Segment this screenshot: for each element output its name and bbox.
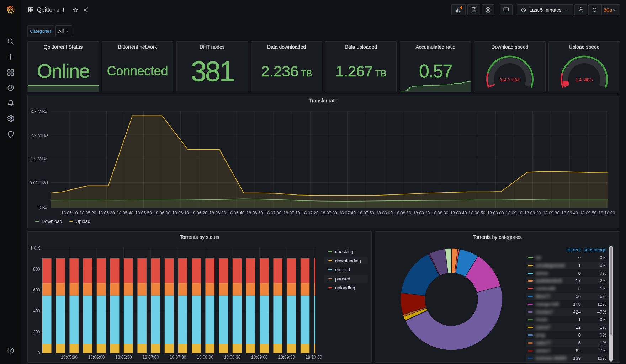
table-row[interactable]: hd00%: [526, 254, 609, 261]
search-icon[interactable]: [6, 37, 15, 46]
legend-item-download[interactable]: Download: [35, 219, 62, 224]
table-row[interactable]: tvshows-4k89013915%: [526, 354, 609, 362]
svg-text:18:08:20: 18:08:20: [413, 210, 430, 215]
cell-current: 139: [573, 355, 581, 361]
legend-label: downloading: [335, 258, 361, 263]
dashboard-title[interactable]: Qbittorrent: [37, 7, 64, 13]
svg-text:400: 400: [33, 309, 40, 314]
legend-item-upload[interactable]: Upload: [69, 219, 90, 224]
sparkline: [28, 42, 99, 92]
table-row[interactable]: comics8851%: [526, 285, 609, 292]
server-admin-shield-icon[interactable]: [6, 130, 15, 138]
legend-label: checking: [335, 249, 353, 254]
cell-percentage: 1%: [600, 325, 606, 330]
table-header-percentage[interactable]: percentage: [583, 247, 606, 252]
legend-item-errored[interactable]: errored: [328, 267, 350, 272]
svg-text:18:10:00: 18:10:00: [599, 210, 615, 215]
svg-text:18:08:10: 18:08:10: [394, 210, 411, 215]
svg-text:18:07:00: 18:07:00: [265, 210, 282, 215]
category-name-blurred: series7: [536, 348, 551, 353]
legend-label: Upload: [76, 219, 90, 224]
stat-panel-qbittorrent-status: Qbittorrent StatusOnline: [27, 41, 99, 92]
help-question-icon[interactable]: [6, 346, 15, 355]
table-row[interactable]: music10%: [526, 316, 609, 323]
legend-item-paused[interactable]: paused: [328, 276, 350, 282]
legend-swatch: [528, 280, 533, 282]
legend-item-uploading[interactable]: uploading: [328, 285, 355, 290]
dashboard-breadcrumb-icon[interactable]: [28, 7, 33, 13]
legend-label: uploading: [335, 285, 355, 290]
svg-text:18:06:20: 18:06:20: [191, 210, 207, 215]
legend-swatch: [328, 269, 332, 270]
svg-text:18:08:00: 18:08:00: [197, 355, 213, 360]
explore-compass-icon[interactable]: [6, 84, 15, 92]
svg-text:800: 800: [33, 267, 40, 272]
table-row[interactable]: prog00%: [526, 331, 609, 339]
category-name-blurred: hd: [536, 255, 541, 260]
legend-item-checking[interactable]: checking: [328, 249, 353, 254]
zoom-out-button[interactable]: [574, 4, 587, 15]
svg-text:18:05:30: 18:05:30: [61, 355, 78, 360]
svg-text:0: 0: [38, 350, 40, 355]
variable-value-dropdown[interactable]: All: [55, 25, 72, 37]
table-row[interactable]: anime00%: [526, 269, 609, 277]
chevron-down-icon: [65, 29, 69, 33]
stat-value-text: 381: [191, 57, 234, 85]
table-header-current[interactable]: current: [567, 247, 581, 252]
svg-text:18:05:20: 18:05:20: [80, 210, 96, 215]
category-name-blurred: osinst7: [536, 325, 550, 330]
star-icon[interactable]: [73, 7, 78, 13]
svg-text:3.8 MiB/s: 3.8 MiB/s: [31, 109, 48, 114]
dashboard-settings-button[interactable]: [482, 4, 494, 15]
svg-text:18:06:00: 18:06:00: [154, 210, 170, 215]
configuration-gear-icon[interactable]: [6, 114, 15, 123]
share-icon[interactable]: [83, 7, 89, 13]
create-plus-icon[interactable]: [6, 53, 15, 61]
legend-item-downloading[interactable]: downloading: [328, 258, 361, 263]
svg-text:600: 600: [33, 288, 40, 293]
cell-percentage: 0%: [600, 263, 606, 268]
table-row[interactable]: manga-hd910812%: [526, 300, 609, 308]
panel-title: DHT nodes: [177, 42, 248, 52]
table-row[interactable]: series7627%: [526, 347, 609, 354]
clock-icon: [521, 7, 526, 13]
stat-value: Connected: [102, 52, 173, 91]
cell-percentage: 7%: [600, 348, 606, 353]
svg-text:18:08:50: 18:08:50: [469, 210, 486, 215]
legend-swatch: [528, 296, 533, 297]
time-range-picker[interactable]: Last 5 minutes: [517, 4, 573, 15]
save-dashboard-button[interactable]: [467, 4, 480, 15]
tv-mode-button[interactable]: [500, 4, 513, 15]
svg-text:18:07:00: 18:07:00: [142, 355, 159, 360]
legend-swatch: [528, 257, 533, 258]
legend-swatch: [528, 342, 533, 344]
table-scrollbar-thumb[interactable]: [610, 247, 612, 335]
svg-text:18:09:40: 18:09:40: [561, 210, 578, 215]
svg-text:18:07:20: 18:07:20: [302, 210, 319, 215]
cell-current: 1: [578, 263, 581, 268]
svg-text:977 KiB/s: 977 KiB/s: [30, 180, 48, 185]
stat-value: 1.267TB: [325, 52, 396, 91]
svg-text:18:08:30: 18:08:30: [224, 355, 241, 360]
table-row[interactable]: radio7761%: [526, 339, 609, 347]
cell-percentage: 0%: [600, 255, 606, 260]
table-row[interactable]: osinst7121%: [526, 323, 609, 331]
dashboards-icon[interactable]: [6, 68, 15, 77]
category-name-blurred: manga-hd9: [536, 301, 559, 307]
table-row[interactable]: uncategorized10%: [526, 262, 609, 269]
svg-text:18:06:50: 18:06:50: [246, 210, 263, 215]
add-panel-button[interactable]: [451, 4, 466, 15]
legend-swatch: [69, 221, 73, 222]
grafana-logo-icon[interactable]: [6, 5, 15, 14]
svg-text:18:05:30: 18:05:30: [98, 210, 115, 215]
category-name-blurred: comics88: [536, 286, 555, 291]
table-row[interactable]: films77566%: [526, 293, 609, 300]
navbar: Qbittorrent: [21, 0, 626, 20]
table-row[interactable]: movies742447%: [526, 308, 609, 316]
table-row[interactable]: audiobooks9172%: [526, 277, 609, 284]
variable-label-categories: Categories: [27, 25, 54, 37]
refresh-picker[interactable]: 30s: [588, 4, 620, 15]
svg-text:18:06:30: 18:06:30: [209, 210, 226, 215]
legend-swatch: [35, 221, 39, 222]
alerting-bell-icon[interactable]: [6, 99, 15, 107]
